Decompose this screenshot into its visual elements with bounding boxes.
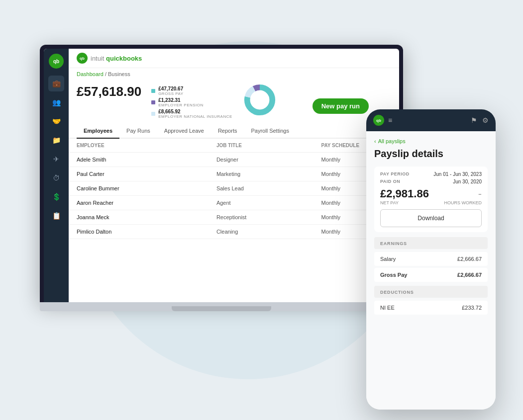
col-job-title: Job Title [216, 143, 321, 148]
legend-employer-pension: £1,232.31 EMPLOYER PENSION [151, 97, 232, 107]
employer-pension-label: EMPLOYER PENSION [158, 103, 204, 107]
back-link-label: All payslips [378, 138, 406, 144]
job-title: Agent [216, 200, 321, 206]
main-content: qb intuit quickbooks Dashboard / Busines… [69, 49, 399, 302]
table-row[interactable]: Adele Smith Designer Monthly [69, 153, 399, 167]
legend-text-ni: £8,665.92 EMPLOYER NATIONAL INSURANCE [158, 109, 232, 119]
employee-name: Caroline Bummer [77, 185, 216, 191]
sidebar-icon-folder[interactable]: 📁 [48, 132, 64, 148]
donut-chart [242, 83, 277, 117]
mobile-qb-logo: qb [373, 115, 384, 126]
table-header: Employee Job Title Pay Schedule [69, 139, 399, 153]
pay-period-label: PAY PERIOD [380, 171, 410, 177]
breadcrumb: Dashboard / Business [69, 68, 399, 80]
breadcrumb-dashboard[interactable]: Dashboard [77, 71, 104, 77]
net-pay-amount: £2,981.86 [380, 187, 429, 200]
deductions-row-ni: NI EE £233.72 [374, 301, 488, 315]
ni-label: NI EE [380, 305, 395, 311]
sidebar-icon-handshake[interactable]: 🤝 [48, 113, 64, 129]
flag-icon[interactable]: ⚑ [471, 116, 477, 124]
scene: qb 💼 👥 🤝 📁 ✈ ⏱ 💲 📋 [0, 0, 523, 420]
employee-name: Joanna Meck [77, 214, 216, 220]
gross-pay-amount: £47,720.67 [158, 86, 183, 91]
back-link[interactable]: ‹ All payslips [374, 138, 488, 144]
earnings-section-header: EARNINGS [374, 237, 488, 249]
net-pay-block: £2,981.86 NET PAY [380, 187, 429, 205]
table-row[interactable]: Joanna Meck Receptionist Monthly [69, 210, 399, 225]
salary-amount: £2,666.67 [457, 256, 482, 262]
back-chevron-icon: ‹ [374, 138, 376, 144]
payslip-title: Payslip details [374, 148, 488, 160]
sidebar-icon-dollar[interactable]: 💲 [48, 189, 64, 205]
laptop-screen-inner: qb 💼 👥 🤝 📁 ✈ ⏱ 💲 📋 [44, 49, 399, 302]
brand-prefix: intuit [91, 55, 106, 62]
table-row[interactable]: Pimlico Dalton Cleaning Monthly [69, 225, 399, 239]
tab-approved-leave[interactable]: Approved Leave [157, 124, 211, 139]
mobile-status-right: ⚑ ⚙ [471, 116, 489, 124]
sidebar-icon-briefcase[interactable]: 💼 [48, 76, 64, 91]
mobile-body: ‹ All payslips Payslip details PAY PERIO… [366, 131, 496, 410]
job-title: Designer [216, 157, 321, 163]
legend-gross-pay: £47,720.67 GROSS PAY [151, 86, 232, 96]
ni-amount: £233.72 [462, 305, 482, 311]
new-payrun-button[interactable]: New pay run [313, 98, 369, 114]
sidebar-icon-clock[interactable]: ⏱ [48, 170, 64, 186]
pay-period-row: PAY PERIOD Jun 01 - Jun 30, 2023 [380, 171, 482, 177]
deductions-section-header: DEDUCTIONS [374, 286, 488, 298]
paid-on-label: PAID ON [380, 179, 400, 184]
tabs: Employees Pay Runs Approved Leave Report… [69, 124, 399, 139]
topbar: qb intuit quickbooks [69, 49, 399, 68]
gross-pay-label: GROSS PAY [158, 91, 183, 96]
job-title: Cleaning [216, 229, 321, 235]
net-pay-label: NET PAY [380, 200, 429, 205]
earnings-row-gross: Gross Pay £2,666.67 [374, 268, 488, 282]
legend-items: £47,720.67 GROSS PAY £1,232.31 EMPLOYER … [151, 86, 232, 119]
total-amount: £57,618.90 [77, 85, 141, 98]
gross-pay-label: Gross Pay [380, 272, 407, 278]
mobile-phone: qb ≡ ⚑ ⚙ ‹ All payslips Payslip details … [366, 109, 496, 410]
mobile-status-bar: qb ≡ ⚑ ⚙ [366, 109, 496, 131]
hours-worked-label: HOURS WORKED [444, 200, 482, 205]
amount-row: £2,981.86 NET PAY - HOURS WORKED [380, 187, 482, 205]
mobile-hamburger-icon[interactable]: ≡ [388, 116, 392, 124]
sidebar-icon-clipboard[interactable]: 📋 [48, 208, 64, 224]
legend-dot-ni [151, 112, 155, 116]
employee-name: Adele Smith [77, 157, 216, 163]
mobile-qb-text: qb [376, 118, 381, 123]
paid-on-value: Jun 30, 2020 [453, 179, 482, 184]
employee-name: Pimlico Dalton [77, 229, 216, 235]
sidebar-logo: qb [49, 54, 64, 69]
qb-logo-text: qb [80, 56, 85, 61]
breadcrumb-current: Business [108, 71, 130, 77]
tab-pay-runs[interactable]: Pay Runs [119, 124, 157, 139]
hours-worked-block: - HOURS WORKED [444, 187, 482, 205]
tab-reports[interactable]: Reports [211, 124, 244, 139]
employee-table: Employee Job Title Pay Schedule Adele Sm… [69, 139, 399, 302]
gear-icon[interactable]: ⚙ [482, 116, 489, 124]
download-button[interactable]: Download [380, 209, 482, 227]
table-row[interactable]: Paul Carter Marketing Monthly [69, 167, 399, 181]
mobile-status-left: qb ≡ [373, 115, 392, 126]
legend-text-gross: £47,720.67 GROSS PAY [158, 86, 183, 96]
legend-employer-ni: £8,665.92 EMPLOYER NATIONAL INSURANCE [151, 109, 232, 119]
sidebar-icon-plane[interactable]: ✈ [48, 151, 64, 167]
pay-period-value: Jun 01 - Jun 30, 2023 [433, 171, 482, 177]
sidebar-icon-people[interactable]: 👥 [48, 94, 64, 110]
pay-period-section: PAY PERIOD Jun 01 - Jun 30, 2023 PAID ON… [374, 167, 488, 232]
job-title: Receptionist [216, 214, 321, 220]
legend-dot-pension [151, 100, 155, 104]
legend-text-pension: £1,232.31 EMPLOYER PENSION [158, 97, 204, 107]
legend-dot-gross [151, 89, 155, 93]
table-row[interactable]: Aaron Reacher Agent Monthly [69, 196, 399, 210]
col-employee: Employee [77, 143, 216, 148]
tab-employees[interactable]: Employees [77, 124, 119, 139]
topbar-logo: qb intuit quickbooks [77, 53, 142, 64]
hours-worked-dash: - [444, 187, 482, 200]
job-title: Sales Lead [216, 185, 321, 191]
employer-ni-amount: £8,665.92 [158, 109, 232, 114]
tab-payroll-settings[interactable]: Payroll Settings [244, 124, 296, 139]
earnings-row-salary: Salary £2,666.67 [374, 252, 488, 266]
table-row[interactable]: Caroline Bummer Sales Lead Monthly [69, 181, 399, 196]
employee-name: Paul Carter [77, 171, 216, 177]
laptop-base [40, 302, 403, 311]
